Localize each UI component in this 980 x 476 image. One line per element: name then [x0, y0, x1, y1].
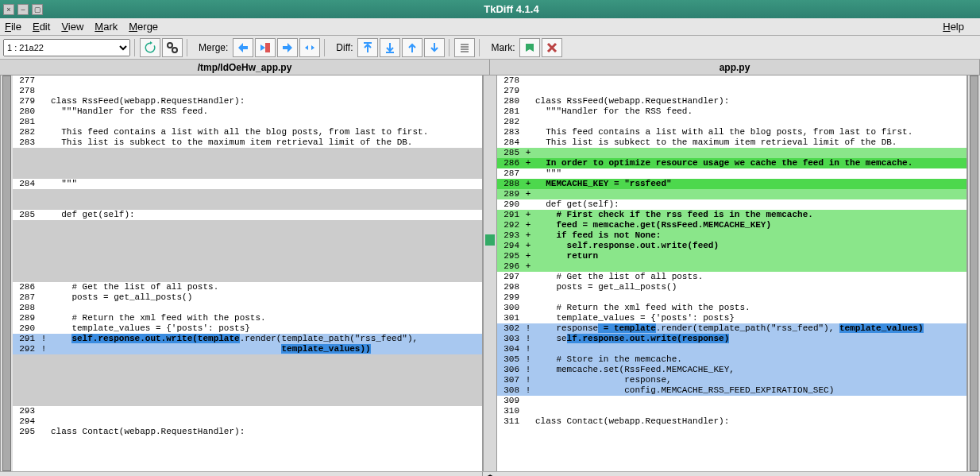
svg-rect-2: [265, 43, 270, 52]
code-line: 284 """: [13, 179, 482, 189]
mark-label: Mark:: [488, 42, 518, 53]
code-line: 286+ In order to optimize resource usage…: [497, 158, 966, 168]
left-content[interactable]: 277278279class RssFeed(webapp.RequestHan…: [13, 75, 482, 471]
code-line: 298 posts = get_all_posts(): [497, 282, 966, 292]
code-line: 280class RssFeed(webapp.RequestHandler):: [497, 96, 966, 106]
code-line: 281 """Handler for the RSS feed.: [497, 106, 966, 117]
code-line: [13, 220, 482, 230]
code-line: 300 # Return the xml feed with the posts…: [497, 303, 966, 313]
code-line: 292+ feed = memcache.get(RssFeed.MEMCACH…: [497, 220, 966, 230]
center-button[interactable]: [454, 38, 475, 57]
code-line: 296+: [497, 261, 966, 272]
code-line: [13, 365, 482, 375]
sync-left-icon[interactable]: ◀: [483, 472, 490, 476]
code-line: 285+: [497, 148, 966, 158]
maximize-icon[interactable]: ▢: [32, 4, 43, 15]
code-line: 280 """Handler for the RSS feed.: [13, 106, 482, 117]
diff-body: 277278279class RssFeed(webapp.RequestHan…: [0, 75, 980, 471]
menu-merge[interactable]: Merge: [129, 21, 158, 33]
code-line: 277: [13, 75, 482, 86]
code-line: 290 template_values = {'posts': posts}: [13, 323, 482, 334]
left-scrollbar[interactable]: [0, 75, 13, 471]
code-line: 289 # Return the xml feed with the posts…: [13, 313, 482, 323]
find-button[interactable]: [162, 38, 183, 57]
right-scrollbar[interactable]: [967, 75, 980, 471]
menu-view[interactable]: View: [61, 21, 83, 33]
code-line: [13, 261, 482, 272]
code-line: 291! self.response.out.write(template.re…: [13, 334, 482, 344]
code-line: [13, 385, 482, 396]
code-line: 310: [497, 406, 966, 416]
code-line: 282: [497, 117, 966, 127]
code-line: [13, 148, 482, 158]
code-line: 278: [13, 86, 482, 96]
code-line: [13, 199, 482, 210]
code-line: [13, 396, 482, 406]
first-diff-button[interactable]: [357, 38, 378, 57]
code-line: 303! self.response.out.write(response): [497, 334, 966, 344]
code-line: 279: [497, 86, 966, 96]
reload-button[interactable]: [140, 38, 160, 57]
code-line: 283 This list is subkect to the maximum …: [13, 137, 482, 148]
code-line: 293: [13, 406, 482, 416]
code-line: 311class Contact(webapp.RequestHandler):: [497, 416, 966, 427]
code-line: 287 posts = get_all_posts(): [13, 292, 482, 303]
right-file-path: app.py: [490, 60, 980, 75]
code-line: 286 # Get the list of all posts.: [13, 282, 482, 292]
code-line: 291+ # First check if the rss feed is in…: [497, 210, 966, 220]
code-line: 285 def get(self):: [13, 210, 482, 220]
code-line: [13, 354, 482, 365]
code-line: [13, 158, 482, 168]
clear-mark-button[interactable]: [542, 38, 562, 57]
code-line: 292! template_values)): [13, 344, 482, 354]
code-line: 282 This feed contains a list with all t…: [13, 127, 482, 137]
menu-mark[interactable]: Mark: [95, 21, 118, 33]
merge-both-button[interactable]: [299, 38, 320, 57]
diff-map[interactable]: [483, 75, 497, 471]
menu-file[interactable]: File: [5, 21, 21, 33]
close-icon[interactable]: ×: [3, 4, 14, 15]
code-line: 309: [497, 396, 966, 406]
code-line: 278: [497, 75, 966, 86]
right-hscroll[interactable]: [497, 472, 980, 476]
left-file-path: /tmp/IdOeHw_app.py: [0, 60, 490, 75]
code-line: 279class RssFeed(webapp.RequestHandler):: [13, 96, 482, 106]
next-diff-button[interactable]: [424, 38, 445, 57]
code-line: 288+ MEMCACHE_KEY = "rssfeed": [497, 179, 966, 189]
code-line: 307! response,: [497, 375, 966, 385]
diff-selector[interactable]: 1 : 21a22: [3, 39, 130, 56]
window-title: TkDiff 4.1.4: [46, 3, 977, 15]
menu-help[interactable]: Help: [943, 21, 964, 33]
code-line: 295+ return: [497, 251, 966, 261]
last-diff-button[interactable]: [380, 38, 400, 57]
sync-right-icon[interactable]: ▶: [490, 472, 497, 476]
code-line: 288: [13, 303, 482, 313]
code-line: [13, 230, 482, 241]
merge-label: Merge:: [195, 42, 231, 53]
code-line: 294: [13, 416, 482, 427]
code-line: 283 This feed contains a list with all t…: [497, 127, 966, 137]
code-line: 306! memcache.set(RssFeed.MEMCACHE_KEY,: [497, 365, 966, 375]
code-line: [13, 375, 482, 385]
menu-edit[interactable]: Edit: [33, 21, 50, 33]
left-pane: 277278279class RssFeed(webapp.RequestHan…: [13, 75, 483, 471]
window-titlebar: × – ▢ TkDiff 4.1.4: [0, 0, 980, 18]
file-path-row: /tmp/IdOeHw_app.py app.py: [0, 60, 980, 75]
code-line: 287 """: [497, 168, 966, 179]
hscroll-row: ◀▶: [0, 471, 980, 476]
merge-right-button[interactable]: [277, 38, 298, 57]
code-line: 295class Contact(webapp.RequestHandler):: [13, 427, 482, 437]
code-line: 281: [13, 117, 482, 127]
code-line: 293+ if feed is not None:: [497, 230, 966, 241]
minimize-icon[interactable]: –: [17, 4, 29, 15]
code-line: 304!: [497, 344, 966, 354]
right-content[interactable]: 278279280class RssFeed(webapp.RequestHan…: [497, 75, 966, 471]
code-line: 290 def get(self):: [497, 199, 966, 210]
merge-left-button[interactable]: [233, 38, 253, 57]
left-hscroll[interactable]: [0, 472, 483, 476]
merge-left-all-button[interactable]: [255, 38, 276, 57]
prev-diff-button[interactable]: [402, 38, 422, 57]
code-line: 301 template_values = {'posts': posts}: [497, 313, 966, 323]
set-mark-button[interactable]: [519, 38, 540, 57]
code-line: [13, 168, 482, 179]
